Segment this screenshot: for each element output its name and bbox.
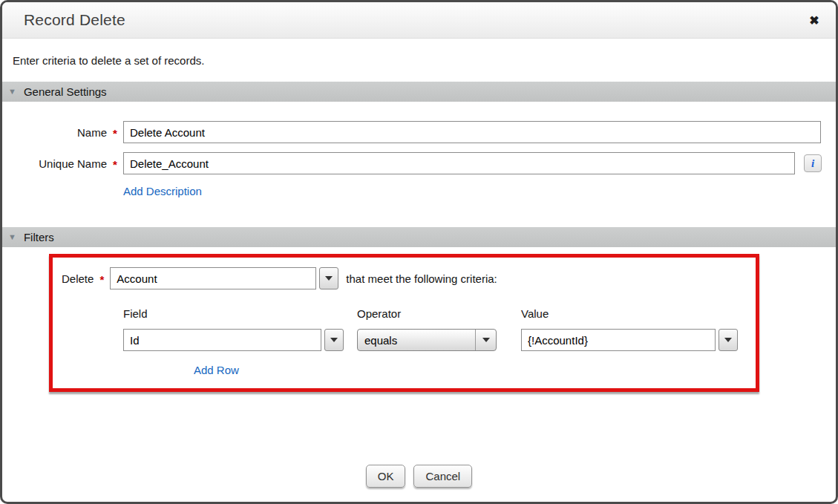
field-dropdown-button[interactable]: [324, 329, 344, 351]
criteria-headers: Field Operator Value: [123, 307, 756, 320]
value-dropdown-button[interactable]: [718, 329, 738, 351]
criteria-row: equals: [123, 329, 756, 351]
object-combobox: [110, 267, 338, 289]
page-title: Record Delete: [24, 11, 125, 29]
info-icon[interactable]: i: [804, 154, 822, 172]
value-combobox: [521, 329, 738, 351]
operator-column-header: Operator: [357, 307, 497, 320]
section-label: General Settings: [24, 85, 107, 98]
section-label: Filters: [24, 231, 54, 243]
object-field[interactable]: [110, 267, 316, 289]
section-header-filters[interactable]: ▼ Filters: [2, 227, 836, 247]
name-label: Name: [2, 126, 107, 139]
close-icon[interactable]: ✖: [806, 12, 822, 28]
chevron-down-icon: [724, 338, 732, 342]
value-column-header: Value: [521, 307, 738, 320]
name-row: Name *: [2, 121, 836, 143]
object-dropdown-button[interactable]: [319, 267, 338, 289]
operator-select[interactable]: equals: [357, 329, 497, 351]
section-header-general-settings[interactable]: ▼ General Settings: [2, 82, 836, 102]
add-description-link[interactable]: Add Description: [123, 185, 202, 197]
field-combobox: [123, 329, 344, 351]
dialog-description: Enter criteria to delete a set of record…: [2, 39, 836, 82]
field-column-header: Field: [123, 307, 344, 320]
ok-button[interactable]: OK: [366, 465, 406, 488]
field-input[interactable]: [123, 329, 321, 351]
filters-highlight-box: Delete * that meet the following criteri…: [49, 254, 759, 392]
add-description-row: Add Description: [123, 185, 836, 198]
chevron-down-icon: [482, 338, 490, 342]
operator-cell: equals: [357, 329, 497, 351]
record-delete-dialog: Record Delete ✖ Enter criteria to delete…: [0, 0, 838, 504]
dialog-footer: OK Cancel: [2, 465, 836, 488]
chevron-down-icon: [330, 338, 338, 342]
unique-name-label: Unique Name: [2, 157, 107, 170]
value-input[interactable]: [521, 329, 716, 351]
required-asterisk: *: [110, 158, 120, 171]
chevron-down-icon: [325, 276, 333, 281]
cancel-button[interactable]: Cancel: [413, 465, 472, 488]
general-settings-form: Name * Unique Name * i Add Description: [2, 102, 836, 227]
add-row-container: Add Row: [194, 364, 756, 377]
criteria-grid: Field Operator Value equals: [123, 307, 756, 377]
dialog-titlebar: Record Delete ✖: [2, 2, 836, 39]
collapse-triangle-icon: ▼: [8, 88, 16, 96]
unique-name-row: Unique Name * i: [2, 152, 836, 174]
select-arrow-zone: [475, 330, 496, 350]
unique-name-field[interactable]: [123, 152, 795, 174]
operator-selected-value: equals: [358, 334, 475, 347]
criteria-text: that meet the following criteria:: [346, 272, 497, 285]
required-asterisk: *: [96, 273, 107, 286]
collapse-triangle-icon: ▼: [8, 233, 16, 241]
delete-label: Delete: [62, 272, 94, 285]
delete-object-row: Delete * that meet the following criteri…: [62, 267, 756, 289]
required-asterisk: *: [110, 127, 120, 140]
add-row-link[interactable]: Add Row: [194, 364, 239, 376]
name-field[interactable]: [123, 121, 821, 143]
